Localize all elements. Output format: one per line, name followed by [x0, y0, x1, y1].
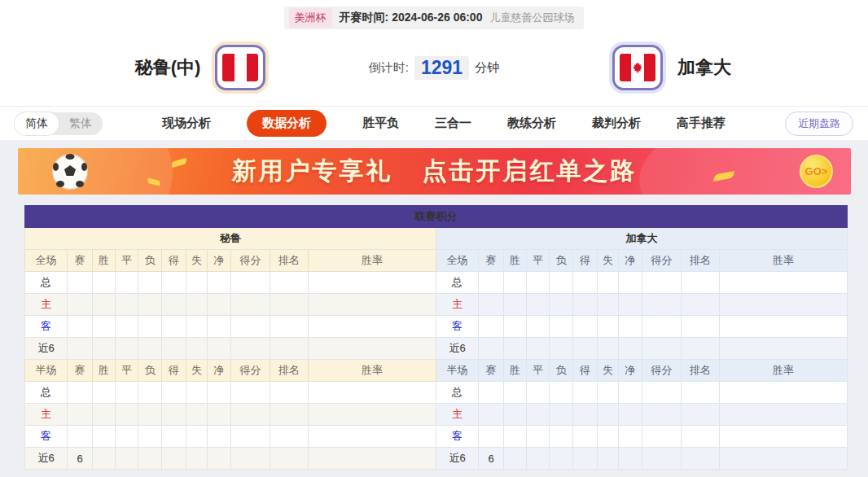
scope-header: 半场: [25, 360, 68, 382]
standings-cell: [642, 316, 682, 338]
column-header: 负: [550, 360, 573, 382]
league-badge[interactable]: 美洲杯: [289, 8, 332, 28]
standings-cell: [138, 316, 162, 338]
tab-data-analysis[interactable]: 数据分析: [247, 110, 327, 137]
countdown-label: 倒计时:: [369, 60, 409, 76]
standings-cell: [208, 426, 231, 448]
standings-cell: [138, 448, 162, 470]
standings-cell: [208, 294, 231, 316]
away-team: 加拿大: [510, 45, 868, 90]
standings-cell: [162, 382, 186, 404]
column-header: 失: [186, 250, 208, 272]
standings-cell: [270, 294, 309, 316]
venue-name: 儿童慈善公园球场: [489, 11, 574, 25]
column-header: 赛: [479, 250, 504, 272]
standings-cell: [720, 382, 848, 404]
standings-cell: [116, 338, 138, 360]
standings-cell: [682, 272, 720, 294]
standings-cell: [504, 272, 527, 294]
recent-odds-button[interactable]: 近期盘路: [785, 112, 853, 136]
standings-cell: [231, 316, 270, 338]
standings-cell: [682, 426, 720, 448]
standings-cell: [93, 448, 116, 470]
countdown-unit: 分钟: [475, 60, 499, 76]
standings-cell: [93, 382, 116, 404]
standings-cell: [573, 316, 598, 338]
standings-cell: [527, 316, 550, 338]
standings-cell: [186, 316, 208, 338]
standings-cell: [642, 338, 682, 360]
standings-cell: [68, 272, 93, 294]
lang-simplified[interactable]: 简体: [15, 112, 59, 135]
row-label: 总: [25, 272, 68, 294]
standings-cell: [504, 426, 527, 448]
standings-cell: [93, 272, 116, 294]
standings-cell: [116, 448, 138, 470]
standings-cell: [479, 382, 504, 404]
column-header: 平: [527, 360, 550, 382]
home-team-logo[interactable]: [215, 45, 265, 90]
countdown-value: 1291: [414, 56, 469, 80]
standings-cell: [573, 294, 598, 316]
tab-live-analysis[interactable]: 现场分析: [162, 116, 211, 131]
go-button[interactable]: GO>: [800, 155, 833, 188]
standings-cell: [504, 404, 527, 426]
tab-expert-picks[interactable]: 高手推荐: [677, 116, 726, 131]
column-header: 负: [138, 250, 162, 272]
nav-bar: 简体 繁体 现场分析数据分析胜平负三合一教练分析裁判分析高手推荐 近期盘路: [0, 106, 868, 140]
standings-cell: [231, 404, 270, 426]
standings-cell: [550, 448, 573, 470]
standings-cell: [682, 404, 720, 426]
standings-cell: [720, 404, 848, 426]
standings-cell: [479, 316, 504, 338]
match-info-pill: 美洲杯 开赛时间: 2024-06-26 06:00 儿童慈善公园球场: [284, 7, 585, 29]
row-label: 近6: [25, 338, 68, 360]
nav-tabs: 现场分析数据分析胜平负三合一教练分析裁判分析高手推荐: [103, 110, 785, 137]
standings-cell: [231, 448, 270, 470]
standings-cell: [682, 382, 720, 404]
banner-text: 新用户专享礼点击开启红单之路: [18, 155, 851, 188]
column-header: 净: [208, 250, 231, 272]
standings-cell: [68, 404, 93, 426]
standings-cell: [527, 272, 550, 294]
row-label: 主: [25, 294, 68, 316]
tab-three-in-one[interactable]: 三合一: [435, 116, 471, 131]
column-header: 排名: [682, 360, 720, 382]
standings-cell: [642, 404, 682, 426]
lang-traditional[interactable]: 繁体: [59, 112, 103, 135]
column-header: 赛: [68, 250, 93, 272]
standings-cell: 6: [479, 448, 504, 470]
standings-cell: [309, 404, 436, 426]
standings-cell: [619, 382, 642, 404]
column-header: 得: [162, 360, 186, 382]
standings-cell: [93, 404, 116, 426]
away-team-logo[interactable]: [612, 45, 663, 90]
tab-win-draw-loss[interactable]: 胜平负: [362, 116, 399, 131]
standings-cell: [682, 448, 720, 470]
standings-cell: [598, 404, 619, 426]
top-info-bar: 美洲杯 开赛时间: 2024-06-26 06:00 儿童慈善公园球场: [0, 0, 868, 29]
match-header: 秘鲁(中) 倒计时: 1291 分钟 加拿大: [0, 29, 868, 106]
standings-cell: [598, 316, 619, 338]
standings-cell: [186, 294, 208, 316]
column-header: 失: [186, 360, 208, 382]
standings-cell: [527, 448, 550, 470]
row-label: 客: [25, 426, 68, 448]
promo-banner[interactable]: 新用户专享礼点击开启红单之路 GO>: [18, 148, 851, 195]
standings-cell: [270, 382, 309, 404]
scope-header: 半场: [436, 360, 479, 382]
column-header: 得分: [642, 360, 682, 382]
standings-cell: [598, 338, 619, 360]
standings-body: 联赛积分秘鲁加拿大全场赛胜平负得失净得分排名胜率全场赛胜平负得失净得分排名胜率总…: [25, 206, 848, 470]
standings-cell: [619, 294, 642, 316]
standings-team-name: 加拿大: [436, 228, 848, 250]
tab-referee-analysis[interactable]: 裁判分析: [592, 116, 641, 131]
standings-cell: [208, 338, 231, 360]
standings-cell: [720, 294, 848, 316]
standings-cell: [573, 382, 598, 404]
standings-cell: [527, 382, 550, 404]
standings-cell: [138, 382, 162, 404]
standings-cell: [598, 382, 619, 404]
standings-cell: [231, 426, 270, 448]
tab-coach-analysis[interactable]: 教练分析: [507, 116, 556, 131]
